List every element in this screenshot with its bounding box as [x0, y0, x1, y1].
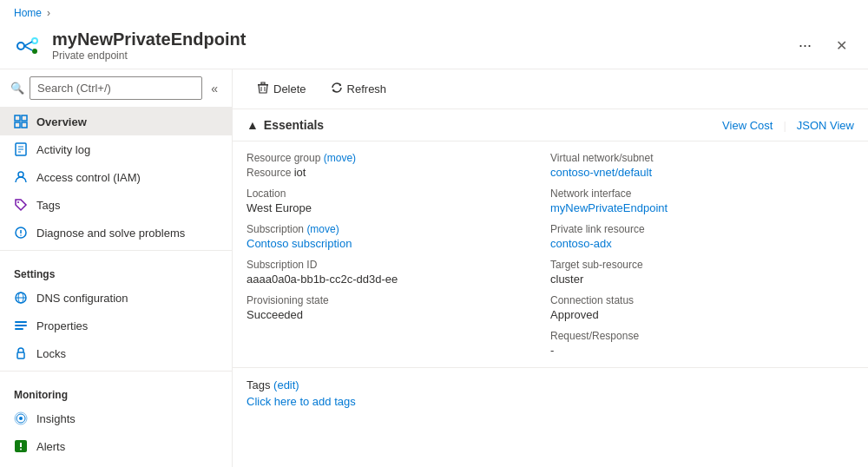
- subscription-value[interactable]: Contoso subscription: [247, 237, 352, 250]
- sidebar-item-iam-label: Access control (IAM): [36, 171, 141, 184]
- svg-rect-22: [15, 321, 27, 323]
- subscription-move-link[interactable]: (move): [306, 223, 339, 235]
- sidebar-item-alerts-label: Alerts: [36, 440, 65, 453]
- essentials-grid: Resource group (move) Resource iot Locat…: [233, 141, 868, 367]
- sidebar: 🔍 « Overview Activity log: [0, 69, 233, 467]
- sidebar-item-iam[interactable]: Access control (IAM): [0, 163, 232, 191]
- delete-label: Delete: [273, 82, 306, 95]
- properties-icon: [14, 319, 28, 332]
- dns-icon: [14, 291, 28, 305]
- essentials-right-col: Virtual network/subnet contoso-vnet/defa…: [550, 152, 854, 357]
- subscription-id-value: aaaa0a0a-bb1b-cc2c-dd3d-ee: [247, 273, 550, 286]
- tags-icon: [14, 198, 28, 212]
- sidebar-item-alerts[interactable]: Alerts: [0, 432, 232, 460]
- search-bar: 🔍 «: [0, 69, 232, 108]
- essentials-actions-sep: |: [783, 119, 786, 132]
- sidebar-item-insights[interactable]: Insights: [0, 405, 232, 432]
- resource-title: myNewPrivateEndpoint Private endpoint: [52, 30, 781, 62]
- provisioning-state-value: Succeeded: [247, 308, 550, 321]
- page-title: myNewPrivateEndpoint: [52, 30, 781, 49]
- search-icon: 🔍: [10, 82, 24, 95]
- essentials-title: ▲ Essentials: [247, 118, 722, 132]
- field-subscription: Subscription (move) Contoso subscription: [247, 223, 550, 250]
- sidebar-item-activity-log-label: Activity log: [36, 143, 90, 156]
- svg-point-3: [32, 49, 37, 54]
- settings-section-label: Settings: [0, 254, 232, 284]
- breadcrumb-separator: ›: [47, 7, 50, 19]
- field-connection-status: Connection status Approved: [550, 294, 854, 321]
- locks-icon: [14, 346, 28, 360]
- field-network-interface: Network interface myNewPrivateEndpoint: [550, 187, 854, 214]
- essentials-section: ▲ Essentials View Cost | JSON View Res: [233, 109, 868, 418]
- sidebar-item-dns-label: DNS configuration: [36, 292, 128, 305]
- private-link-value[interactable]: contoso-adx: [550, 237, 612, 250]
- overview-icon: [14, 115, 28, 128]
- delete-icon: [257, 82, 269, 96]
- refresh-icon: [331, 82, 343, 96]
- sidebar-item-dns[interactable]: DNS configuration: [0, 284, 232, 312]
- field-vnet: Virtual network/subnet contoso-vnet/defa…: [550, 152, 854, 179]
- more-options-button[interactable]: ···: [792, 33, 819, 58]
- network-interface-value[interactable]: myNewPrivateEndpoint: [550, 201, 667, 214]
- essentials-header: ▲ Essentials View Cost | JSON View: [233, 109, 868, 141]
- svg-point-18: [20, 234, 22, 236]
- svg-point-14: [18, 172, 23, 177]
- breadcrumb: Home ›: [0, 0, 868, 26]
- view-cost-link[interactable]: View Cost: [722, 119, 773, 132]
- field-target-sub-resource: Target sub-resource cluster: [550, 259, 854, 286]
- tags-edit-link[interactable]: (edit): [273, 378, 299, 391]
- sidebar-item-overview[interactable]: Overview: [0, 108, 232, 135]
- field-private-link: Private link resource contoso-adx: [550, 223, 854, 250]
- svg-rect-6: [15, 115, 20, 121]
- resource-header: myNewPrivateEndpoint Private endpoint ··…: [0, 26, 868, 69]
- location-value: West Europe: [247, 201, 550, 214]
- svg-rect-25: [17, 352, 24, 358]
- close-button[interactable]: ✕: [829, 34, 854, 57]
- svg-rect-9: [22, 122, 27, 128]
- tags-add-link[interactable]: Click here to add tags: [247, 395, 854, 408]
- svg-rect-24: [15, 328, 23, 330]
- resource-group-sub-label: Resource: [247, 167, 294, 179]
- field-subscription-id: Subscription ID aaaa0a0a-bb1b-cc2c-dd3d-…: [247, 259, 550, 286]
- sidebar-item-diagnose[interactable]: Diagnose and solve problems: [0, 219, 232, 247]
- svg-point-26: [19, 417, 23, 420]
- collapse-sidebar-button[interactable]: «: [207, 80, 221, 97]
- alerts-icon: [14, 439, 28, 453]
- refresh-button[interactable]: Refresh: [320, 76, 398, 102]
- field-location: Location West Europe: [247, 187, 550, 214]
- insights-icon: [14, 411, 28, 425]
- svg-point-15: [17, 201, 19, 203]
- iam-icon: [14, 170, 28, 184]
- resource-icon: [14, 32, 42, 60]
- toolbar: Delete Refresh: [233, 69, 868, 109]
- sidebar-item-locks[interactable]: Locks: [0, 339, 232, 367]
- sidebar-item-overview-label: Overview: [36, 115, 87, 128]
- search-input[interactable]: [30, 76, 202, 100]
- diagnose-icon: [14, 226, 28, 240]
- content-area: Delete Refresh ▲ Essentials: [233, 69, 868, 467]
- sidebar-item-insights-label: Insights: [36, 412, 76, 425]
- delete-button[interactable]: Delete: [247, 76, 317, 102]
- target-sub-resource-value: cluster: [550, 273, 854, 286]
- resource-group-move-link[interactable]: (move): [324, 152, 356, 164]
- essentials-left-col: Resource group (move) Resource iot Locat…: [247, 152, 550, 357]
- nav-divider-1: [0, 250, 232, 251]
- sidebar-item-activity-log[interactable]: Activity log: [0, 135, 232, 163]
- sidebar-item-properties[interactable]: Properties: [0, 312, 232, 339]
- resource-subtitle: Private endpoint: [52, 49, 781, 62]
- svg-rect-8: [15, 122, 20, 128]
- sidebar-item-tags[interactable]: Tags: [0, 191, 232, 219]
- svg-point-31: [20, 449, 22, 451]
- svg-rect-7: [22, 115, 27, 121]
- breadcrumb-home[interactable]: Home: [14, 7, 42, 19]
- monitoring-section-label: Monitoring: [0, 375, 232, 405]
- sidebar-item-locks-label: Locks: [36, 347, 66, 360]
- field-resource-group: Resource group (move) Resource iot: [247, 152, 550, 179]
- connection-status-value: Approved: [550, 308, 854, 321]
- request-response-value: -: [550, 344, 854, 357]
- resource-group-value: iot: [294, 166, 306, 179]
- collapse-essentials-icon[interactable]: ▲: [247, 118, 259, 132]
- field-request-response: Request/Response -: [550, 330, 854, 357]
- vnet-value[interactable]: contoso-vnet/default: [550, 166, 652, 179]
- json-view-link[interactable]: JSON View: [797, 119, 854, 132]
